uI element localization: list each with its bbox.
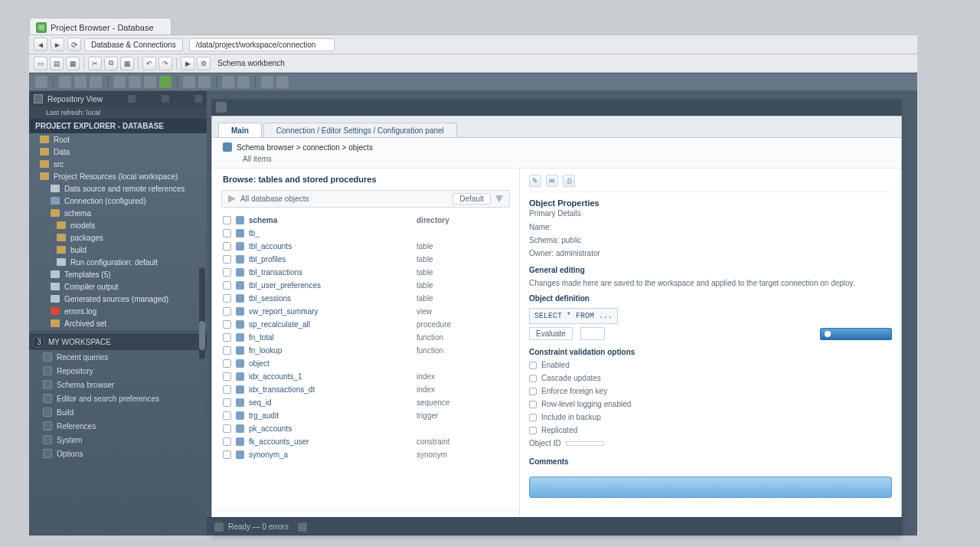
- bookmark-icon[interactable]: [198, 76, 211, 88]
- servers-icon[interactable]: [90, 76, 102, 88]
- tree-item[interactable]: Connection (configured): [29, 195, 207, 207]
- nav-fwd-button[interactable]: ►: [51, 38, 64, 51]
- copy-button[interactable]: ⧉: [104, 57, 118, 70]
- paste-button[interactable]: ▦: [120, 57, 134, 70]
- tree-item[interactable]: Data source and remote references: [29, 182, 207, 195]
- checkbox-icon[interactable]: [223, 385, 231, 394]
- undo-button[interactable]: ↶: [142, 57, 156, 70]
- checkbox-icon[interactable]: [223, 424, 231, 433]
- opt-replicated-row[interactable]: Replicated: [529, 424, 892, 437]
- cut-button[interactable]: ✂: [88, 57, 102, 70]
- tool-b-icon[interactable]: [237, 76, 250, 88]
- favorite-item[interactable]: Repository: [29, 364, 207, 378]
- tab-connection[interactable]: Connection / Editor Settings / Configura…: [263, 123, 457, 137]
- nav-back-button[interactable]: ◄: [34, 38, 47, 51]
- list-item[interactable]: schemadirectory: [223, 214, 508, 227]
- print-icon[interactable]: ⎙: [563, 175, 575, 187]
- tree-item[interactable]: build: [29, 244, 207, 256]
- search-icon[interactable]: [183, 76, 195, 88]
- minimize-icon[interactable]: [128, 95, 136, 103]
- checkbox-icon[interactable]: [223, 398, 231, 407]
- list-item[interactable]: fn_totalfunction: [223, 331, 508, 344]
- list-item[interactable]: tbl_sessionstable: [223, 292, 508, 305]
- checkbox-icon[interactable]: [223, 437, 231, 446]
- favorite-item[interactable]: Options: [29, 447, 207, 460]
- tool-d-icon[interactable]: [276, 76, 289, 88]
- checkbox-icon[interactable]: [223, 450, 231, 459]
- checkbox-icon[interactable]: [223, 372, 231, 381]
- checkbox-icon[interactable]: [223, 333, 231, 342]
- evaluate-input[interactable]: Evaluate: [529, 327, 573, 340]
- opt-backup-row[interactable]: Include in backup: [529, 411, 892, 424]
- checkbox-icon[interactable]: [223, 255, 231, 264]
- checkbox-icon[interactable]: [223, 359, 231, 368]
- list-item[interactable]: vw_report_summaryview: [223, 305, 508, 318]
- checkbox-icon[interactable]: [529, 401, 537, 408]
- database-icon[interactable]: [74, 76, 87, 88]
- sidebar-scrollbar[interactable]: [199, 267, 205, 359]
- breadcrumb-path[interactable]: Schema browser > connection > objects: [237, 143, 373, 152]
- tree-item[interactable]: models: [29, 219, 207, 231]
- checkbox-icon[interactable]: [223, 320, 231, 329]
- tool-c-icon[interactable]: [261, 76, 273, 88]
- nav-reload-button[interactable]: ⟳: [67, 38, 81, 51]
- list-item[interactable]: tbl_transactionstable: [223, 266, 508, 279]
- play-icon[interactable]: [113, 76, 126, 88]
- debug-icon[interactable]: [129, 76, 141, 88]
- list-item[interactable]: idx_accounts_1index: [223, 370, 508, 383]
- object-filter[interactable]: All database objects Default: [221, 190, 510, 208]
- favorites-header[interactable]: 3 MY WORKSPACE: [29, 333, 207, 350]
- checkbox-icon[interactable]: [223, 411, 231, 420]
- checkbox-icon[interactable]: [223, 281, 231, 290]
- tool-a-icon[interactable]: [222, 76, 234, 88]
- project-icon[interactable]: [59, 76, 71, 88]
- favorite-item[interactable]: Schema browser: [29, 378, 207, 391]
- browser-tab[interactable]: Project Browser - Database: [29, 18, 172, 36]
- checkbox-icon[interactable]: [223, 216, 231, 224]
- list-item[interactable]: fk_accounts_userconstraint: [223, 435, 508, 448]
- tree-item[interactable]: Project Resources (local workspace): [29, 170, 207, 182]
- favorite-item[interactable]: Editor and search preferences: [29, 391, 207, 405]
- list-item[interactable]: trg_audittrigger: [223, 409, 508, 422]
- tree-item[interactable]: schema: [29, 207, 207, 219]
- list-item[interactable]: tbl_profilestable: [223, 253, 508, 266]
- favorite-item[interactable]: System: [29, 433, 207, 447]
- object-id-input[interactable]: [566, 441, 604, 446]
- checkbox-icon[interactable]: [223, 242, 231, 251]
- address-input[interactable]: /data/project/workspace/connection: [189, 38, 335, 51]
- list-item[interactable]: object: [223, 357, 508, 370]
- checkbox-icon[interactable]: [529, 388, 537, 395]
- tree-item[interactable]: Templates (5): [29, 268, 207, 280]
- list-item[interactable]: pk_accounts: [223, 422, 508, 435]
- redo-button[interactable]: ↷: [158, 57, 172, 70]
- stop-icon[interactable]: [144, 76, 156, 88]
- list-item[interactable]: synonym_asynonym: [223, 448, 508, 461]
- connect-icon[interactable]: [159, 76, 172, 88]
- filter-value[interactable]: Default: [452, 193, 491, 205]
- tree-item[interactable]: errors.log: [29, 305, 207, 317]
- checkbox-icon[interactable]: [529, 427, 537, 434]
- list-item[interactable]: fn_lookupfunction: [223, 344, 508, 357]
- sidebar-section-header[interactable]: Repository View: [29, 91, 207, 106]
- open-button[interactable]: ▤: [50, 57, 64, 70]
- checkbox-icon[interactable]: [223, 229, 231, 237]
- list-item[interactable]: tb_: [223, 227, 508, 240]
- sql-preview-input[interactable]: SELECT * FROM ...: [529, 308, 618, 324]
- opt-cascade-row[interactable]: Cascade updates: [529, 372, 892, 385]
- list-item[interactable]: tbl_user_preferencestable: [223, 279, 508, 292]
- favorite-item[interactable]: Recent queries: [29, 350, 207, 364]
- tab-main[interactable]: Main: [218, 123, 262, 137]
- list-item[interactable]: seq_idsequence: [223, 396, 508, 409]
- chevron-down-icon[interactable]: [495, 195, 503, 203]
- tree-item[interactable]: Compiler output: [29, 280, 207, 293]
- perspective-icon[interactable]: [35, 76, 47, 88]
- checkbox-icon[interactable]: [223, 268, 231, 277]
- settings-button[interactable]: ⚙: [197, 57, 211, 70]
- tree-item[interactable]: Generated sources (managed): [29, 293, 207, 305]
- expression-input[interactable]: [580, 327, 605, 340]
- new-file-button[interactable]: ▭: [34, 57, 47, 70]
- breadcrumb-sub[interactable]: All items: [243, 155, 272, 163]
- opt-enabled-row[interactable]: Enabled: [529, 359, 892, 372]
- checkbox-icon[interactable]: [223, 307, 231, 316]
- mail-icon[interactable]: ✉: [546, 175, 558, 187]
